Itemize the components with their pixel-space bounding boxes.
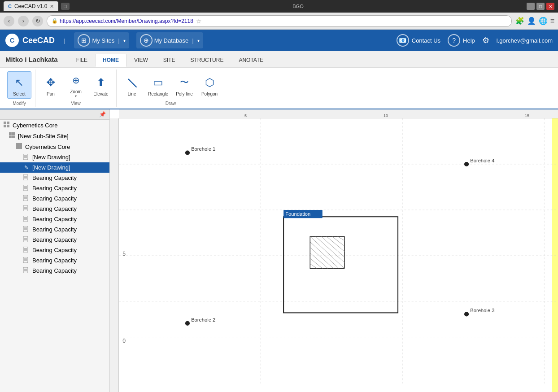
contact-us-button[interactable]: 📧 Contact Us	[397, 34, 440, 47]
svg-rect-6	[9, 135, 12, 138]
sidebar-item-cybernetics-core-root[interactable]: Cybernetics Core	[0, 120, 109, 131]
drawing-canvas[interactable]: 5 0 Borehole 1 Borehole 4 Foundation	[119, 118, 558, 383]
sidebar-icon-bearing-8	[23, 247, 31, 253]
my-sites-label: My Sites	[92, 37, 114, 44]
select-icon: ↖	[10, 74, 28, 91]
sidebar-item-new-drawing-2[interactable]: ✎[New Drawing]	[0, 162, 109, 173]
svg-rect-1	[7, 122, 9, 124]
ribbon-group-view: ✥ Pan ⊕ Zoom ▾ ⬆ Elevate View	[35, 70, 117, 107]
tab-file[interactable]: FILE	[69, 54, 95, 66]
svg-rect-11	[19, 146, 22, 149]
back-button[interactable]: ‹	[4, 16, 14, 26]
help-button[interactable]: ? Help	[448, 34, 475, 47]
sidebar-item-new-sub-site[interactable]: [New Sub-Site Site]	[0, 131, 109, 141]
polygon-button[interactable]: ⬡ Polygon	[198, 72, 221, 98]
close-button[interactable]: ✕	[546, 3, 554, 10]
contact-label: Contact Us	[412, 37, 440, 44]
sidebar-item-bearing-3[interactable]: Bearing Capacity	[0, 193, 109, 204]
svg-line-70	[310, 242, 339, 268]
tab-close-button[interactable]: ✕	[50, 4, 54, 9]
sidebar-label-bearing-6: Bearing Capacity	[32, 226, 77, 233]
elevate-button[interactable]: ⬆ Elevate	[89, 72, 113, 98]
sidebar-item-bearing-9[interactable]: Bearing Capacity	[0, 255, 109, 266]
address-actions: 🧩 👤 🌐 ≡	[515, 17, 554, 25]
tab-site[interactable]: SITE	[156, 54, 183, 66]
title-bar: C CeeCAD v1.0 ✕ □ BGO — □ ✕	[0, 0, 558, 13]
bookmark-icon[interactable]: ☆	[196, 17, 202, 25]
ruler-mark-10: 10	[384, 113, 388, 118]
rectangle-icon: ▭	[149, 74, 167, 91]
sidebar-item-new-drawing-1[interactable]: [New Drawing]	[0, 152, 109, 162]
sidebar-pin-icon[interactable]: 📌	[99, 111, 106, 118]
sidebar-icon-cybernetics-core-root	[4, 122, 11, 129]
my-sites-button[interactable]: ⊞ My Sites | ▾	[74, 32, 129, 48]
browser-tab[interactable]: C CeeCAD v1.0 ✕	[4, 1, 58, 11]
my-sites-caret: ▾	[123, 38, 126, 43]
refresh-button[interactable]: ↻	[32, 16, 43, 26]
ribbon-group-modify: ↖ Select Modify	[4, 70, 35, 107]
svg-rect-8	[16, 143, 19, 146]
ribbon: Mitko i Lachkata FILE HOME VIEW SITE STR…	[0, 51, 558, 109]
pan-icon: ✥	[42, 74, 60, 91]
sidebar-item-bearing-4[interactable]: Bearing Capacity	[0, 204, 109, 214]
line-button[interactable]: | Line	[120, 72, 144, 98]
ruler-horizontal: 5 10 15	[119, 109, 558, 118]
rectangle-label: Rectangle	[148, 91, 168, 96]
sidebar-item-bearing-1[interactable]: Bearing Capacity	[0, 173, 109, 183]
my-database-button[interactable]: ⊕ My Database | ▾	[136, 32, 203, 48]
svg-rect-2	[4, 125, 6, 127]
sidebar-item-bearing-10[interactable]: Bearing Capacity	[0, 266, 109, 276]
user-icon[interactable]: 👤	[527, 17, 536, 25]
tab-structure[interactable]: STRUCTURE	[183, 54, 231, 66]
my-sites-icon: ⊞	[78, 34, 90, 47]
logo-text: CeeCAD	[22, 36, 55, 45]
sidebar-label-bearing-5: Bearing Capacity	[32, 216, 77, 222]
zoom-button[interactable]: ⊕ Zoom ▾	[64, 70, 87, 100]
sidebar-icon-bearing-4	[23, 205, 31, 212]
pan-button[interactable]: ✥ Pan	[39, 72, 62, 98]
polygon-icon: ⬡	[201, 74, 218, 91]
canvas-wrapper[interactable]: 5 10 15 5 0 Borehole 1	[110, 109, 558, 392]
polyline-button[interactable]: 〜 Poly line	[173, 72, 196, 98]
sidebar-item-bearing-6[interactable]: Bearing Capacity	[0, 224, 109, 235]
settings-icon[interactable]: ⚙	[482, 35, 489, 45]
tab-anotate[interactable]: ANOTATE	[231, 54, 271, 66]
sidebar-icon-bearing-7	[23, 236, 31, 243]
svg-line-71	[310, 248, 333, 269]
select-button[interactable]: ↖ Select	[7, 71, 31, 99]
tab-home[interactable]: HOME	[95, 54, 126, 67]
translate-icon[interactable]: 🌐	[539, 17, 548, 25]
menu-icon[interactable]: ≡	[550, 17, 554, 25]
sidebar-item-cybernetics-core-sub[interactable]: Cybernetics Core	[0, 141, 109, 152]
forward-button[interactable]: ›	[18, 16, 29, 26]
sidebar-label-cybernetics-core-root: Cybernetics Core	[13, 122, 57, 129]
sidebar-label-new-sub-site: [New Sub-Site Site]	[18, 133, 69, 139]
modify-group-label: Modify	[13, 101, 26, 107]
tab-title: CeeCAD v1.0	[14, 3, 47, 9]
sidebar-label-bearing-2: Bearing Capacity	[32, 185, 77, 192]
help-label: Help	[463, 37, 475, 44]
sidebar-item-bearing-2[interactable]: Bearing Capacity	[0, 183, 109, 193]
draw-group-label: Draw	[166, 101, 176, 107]
sidebar-icon-new-sub-site	[9, 132, 16, 139]
ruler-mark-5: 5	[244, 113, 247, 118]
title-bar-left: C CeeCAD v1.0 ✕ □	[4, 1, 70, 11]
extensions-icon[interactable]: 🧩	[515, 17, 524, 25]
sidebar-icon-bearing-2	[23, 185, 31, 192]
elevate-icon: ⬆	[92, 74, 110, 91]
tab-view[interactable]: VIEW	[126, 54, 156, 66]
line-icon: |	[119, 70, 145, 95]
maximize-button[interactable]: □	[536, 3, 545, 10]
rectangle-button[interactable]: ▭ Rectangle	[145, 72, 171, 98]
new-tab-button[interactable]: □	[61, 3, 70, 10]
polyline-icon: 〜	[175, 74, 193, 91]
sidebar-item-bearing-5[interactable]: Bearing Capacity	[0, 214, 109, 224]
borehole3-label: Borehole 3	[470, 308, 494, 313]
minimize-button[interactable]: —	[527, 3, 535, 10]
sidebar-icon-bearing-1	[23, 174, 31, 181]
address-input[interactable]: 🔒 https://app.ceecad.com/Member/Drawing.…	[47, 15, 512, 27]
main-layout: 📌 Cybernetics Core[New Sub-Site Site]Cyb…	[0, 109, 558, 392]
sidebar-label-cybernetics-core-sub: Cybernetics Core	[25, 144, 70, 150]
sidebar-item-bearing-8[interactable]: Bearing Capacity	[0, 245, 109, 255]
sidebar-item-bearing-7[interactable]: Bearing Capacity	[0, 235, 109, 245]
